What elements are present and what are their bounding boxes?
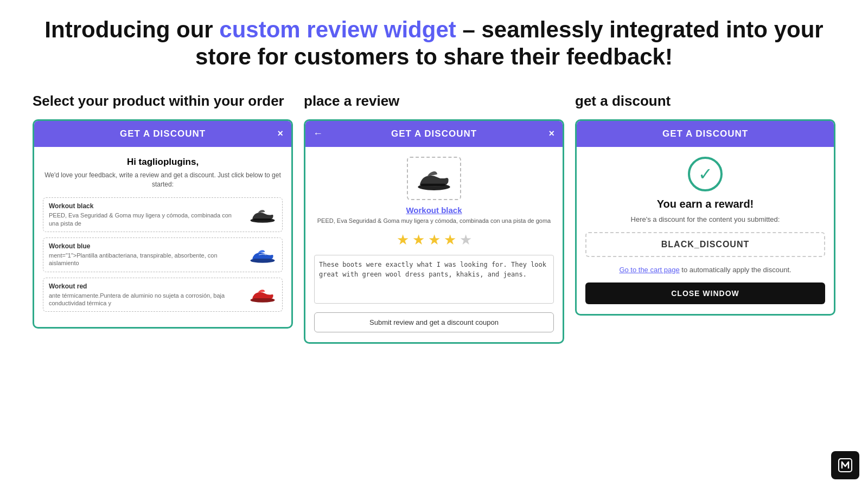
star-3[interactable]: ★ <box>428 232 441 248</box>
svg-rect-7 <box>421 183 446 185</box>
logo-icon <box>837 457 854 474</box>
product-desc-red: ante térmicamente.Puntera de aluminio no… <box>49 292 243 307</box>
product-thumb-blue <box>248 243 277 266</box>
column-2-title: place a review <box>304 93 399 110</box>
w2-img-placeholder <box>407 157 461 200</box>
product-thumb-black <box>248 203 277 226</box>
reward-desc: Here's a discount for the content you su… <box>585 215 825 224</box>
product-name-black: Workout black <box>49 202 243 210</box>
widget-1-close[interactable]: × <box>277 128 284 139</box>
column-1-title: Select your product within your order <box>33 93 284 110</box>
widget-2-body: Workout black PEED, Eva Seguridad & Goma… <box>305 147 563 342</box>
w3-success-icon: ✓ <box>585 157 825 191</box>
bottom-logo <box>831 451 859 479</box>
svg-rect-5 <box>253 298 271 300</box>
widget-1-greeting: Hi taglioplugins, <box>43 157 283 168</box>
widget-1-frame: GET A DISCOUNT × Hi taglioplugins, We'd … <box>33 119 293 329</box>
product-item-black[interactable]: Workout black PEED, Eva Seguridad & Goma… <box>43 197 283 232</box>
product-thumb-red <box>248 283 277 306</box>
widget-1-body: Hi taglioplugins, We'd love your feedbac… <box>34 147 291 327</box>
w2-product-image-area <box>314 157 554 200</box>
product-desc-blue: ment="1">Plantilla antibacteriana, trans… <box>49 252 243 267</box>
heading-highlight: custom review widget <box>219 17 456 42</box>
cart-link-text: Go to the cart page to automatically app… <box>585 265 825 275</box>
widget-3-frame: GET A DISCOUNT ✓ You earn a reward! Here… <box>575 119 835 316</box>
widget-3-header: GET A DISCOUNT <box>577 121 834 147</box>
product-desc-black: PEED, Eva Seguridad & Goma muy ligera y … <box>49 211 243 227</box>
w2-product-desc: PEED, Eva Seguridad & Goma muy ligera y … <box>314 217 554 225</box>
column-3-title: get a discount <box>575 93 671 110</box>
widget-2-title: GET A DISCOUNT <box>391 129 477 139</box>
columns-container: Select your product within your order GE… <box>22 93 846 344</box>
star-4[interactable]: ★ <box>444 232 456 248</box>
product-name-blue: Workout blue <box>49 242 243 250</box>
review-textarea[interactable]: These boots were exactly what I was look… <box>314 255 554 304</box>
svg-rect-3 <box>253 259 271 260</box>
column-2: place a review ← GET A DISCOUNT × <box>304 93 564 344</box>
product-info-blue: Workout blue ment="1">Plantilla antibact… <box>49 242 248 267</box>
widget-2-back[interactable]: ← <box>313 128 323 139</box>
cart-link-suffix: to automatically apply the discount. <box>680 266 792 274</box>
reward-title: You earn a reward! <box>585 198 825 210</box>
star-2[interactable]: ★ <box>412 232 425 248</box>
product-item-red[interactable]: Workout red ante térmicamente.Puntera de… <box>43 278 283 312</box>
w2-product-name: Workout black <box>314 206 554 215</box>
widget-2-header: ← GET A DISCOUNT × <box>305 121 563 147</box>
widget-3-title: GET A DISCOUNT <box>662 129 748 139</box>
column-1: Select your product within your order GE… <box>33 93 293 329</box>
check-circle: ✓ <box>688 157 723 191</box>
widget-1-header: GET A DISCOUNT × <box>34 121 291 147</box>
star-1[interactable]: ★ <box>397 232 409 248</box>
column-3: get a discount GET A DISCOUNT ✓ You earn… <box>575 93 835 316</box>
close-window-button[interactable]: CLOSE WINDOW <box>585 282 825 304</box>
svg-rect-1 <box>253 219 271 220</box>
main-heading: Introducing our custom review widget – s… <box>22 16 846 71</box>
stars-row: ★ ★ ★ ★ ★ <box>314 232 554 248</box>
coupon-code: BLACK_DISCOUNT <box>585 232 825 257</box>
widget-1-title: GET A DISCOUNT <box>120 129 206 139</box>
cart-link[interactable]: Go to the cart page <box>619 266 679 274</box>
star-5[interactable]: ★ <box>459 232 472 248</box>
product-info-red: Workout red ante térmicamente.Puntera de… <box>49 282 248 307</box>
widget-3-body: ✓ You earn a reward! Here's a discount f… <box>577 147 834 314</box>
heading-prefix: Introducing our <box>44 17 219 42</box>
product-name-red: Workout red <box>49 282 243 290</box>
widget-1-subtitle: We'd love your feedback, write a review … <box>43 171 283 189</box>
product-item-blue[interactable]: Workout blue ment="1">Plantilla antibact… <box>43 237 283 272</box>
page-wrapper: Introducing our custom review widget – s… <box>0 0 868 488</box>
submit-review-button[interactable]: Submit review and get a discount coupon <box>314 312 554 332</box>
widget-2-close[interactable]: × <box>548 128 555 139</box>
widget-2-frame: ← GET A DISCOUNT × <box>304 119 564 344</box>
product-info-black: Workout black PEED, Eva Seguridad & Goma… <box>49 202 248 227</box>
